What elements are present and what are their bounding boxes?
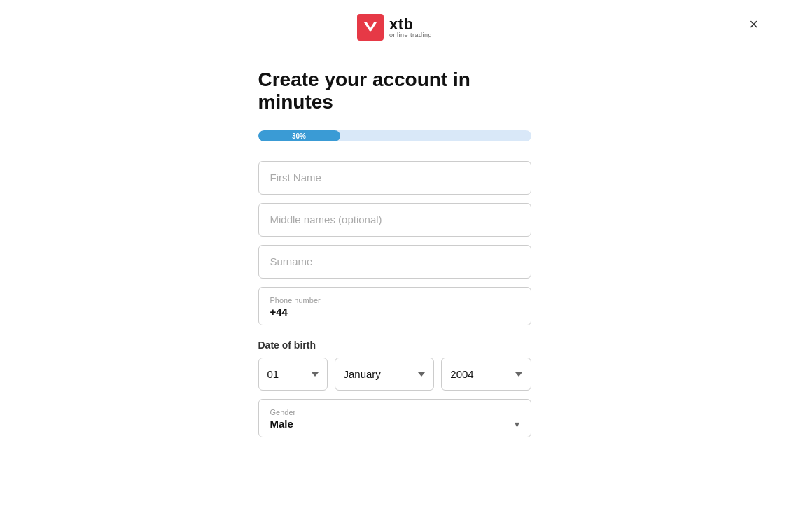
logo-icon bbox=[357, 14, 384, 41]
dob-month-select[interactable]: January February March April May June Ju… bbox=[335, 358, 435, 391]
surname-input[interactable] bbox=[270, 255, 519, 267]
logo: xtb online trading bbox=[357, 14, 432, 41]
gender-value: Male bbox=[270, 418, 293, 430]
gender-label: Gender bbox=[270, 408, 519, 416]
svg-marker-0 bbox=[364, 22, 377, 32]
phone-value: +44 bbox=[270, 306, 519, 318]
dob-year-select[interactable]: 2004 2003 2002 2001 2000 1999 1998 1997 … bbox=[441, 358, 531, 391]
chevron-down-icon: ▾ bbox=[515, 419, 519, 430]
close-button[interactable]: × bbox=[746, 14, 761, 35]
phone-label: Phone number bbox=[270, 296, 519, 304]
middle-name-field[interactable] bbox=[258, 203, 531, 237]
dob-day-select[interactable]: 01 02 03 04 05 06 07 08 09 10 11 12 13 1… bbox=[258, 358, 328, 391]
dob-section-label: Date of birth bbox=[258, 340, 316, 351]
first-name-field[interactable] bbox=[258, 161, 531, 195]
gender-field[interactable]: Gender Male ▾ bbox=[258, 399, 531, 438]
gender-row: Male ▾ bbox=[270, 418, 519, 430]
dob-row: 01 02 03 04 05 06 07 08 09 10 11 12 13 1… bbox=[258, 358, 531, 391]
logo-brand: xtb bbox=[389, 17, 432, 32]
first-name-input[interactable] bbox=[270, 172, 519, 183]
surname-field[interactable] bbox=[258, 245, 531, 279]
main-content: Create your account in minutes 30% Phone… bbox=[258, 69, 531, 438]
page-title: Create your account in minutes bbox=[258, 69, 531, 113]
progress-bar-fill: 30% bbox=[258, 130, 340, 141]
logo-text: xtb online trading bbox=[389, 17, 432, 38]
logo-subtitle: online trading bbox=[389, 32, 432, 38]
phone-field[interactable]: Phone number +44 bbox=[258, 287, 531, 326]
page-container: xtb online trading × Create your account… bbox=[0, 0, 789, 532]
header: xtb online trading × bbox=[0, 0, 789, 48]
progress-bar-track: 30% bbox=[258, 130, 531, 141]
middle-name-input[interactable] bbox=[270, 214, 519, 225]
progress-label: 30% bbox=[292, 132, 306, 140]
